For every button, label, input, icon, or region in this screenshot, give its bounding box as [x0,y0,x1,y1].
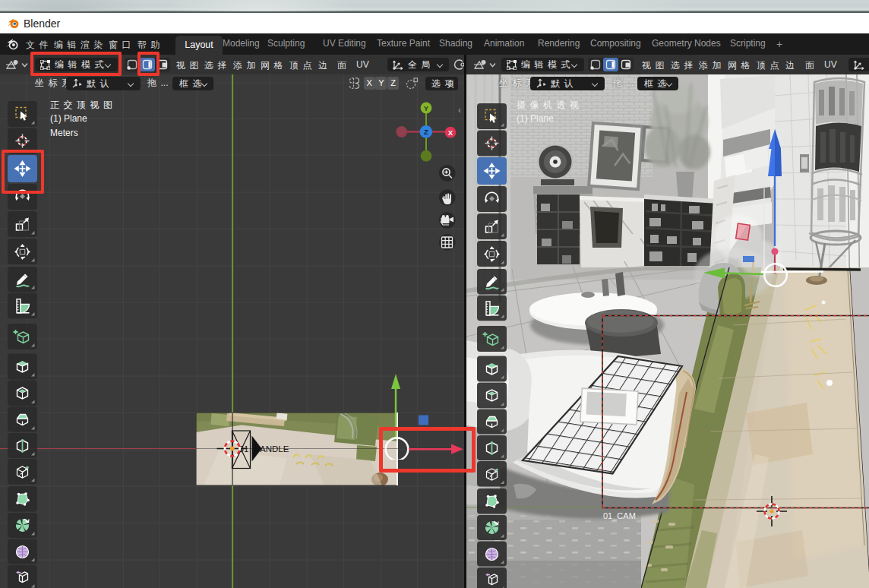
svg-text:Z: Z [424,128,428,136]
svg-text:X: X [448,128,453,137]
svg-text:ANDLE: ANDLE [260,444,289,454]
svg-text:01_CAM: 01_CAM [603,511,636,520]
svg-text:Y: Y [424,104,429,112]
